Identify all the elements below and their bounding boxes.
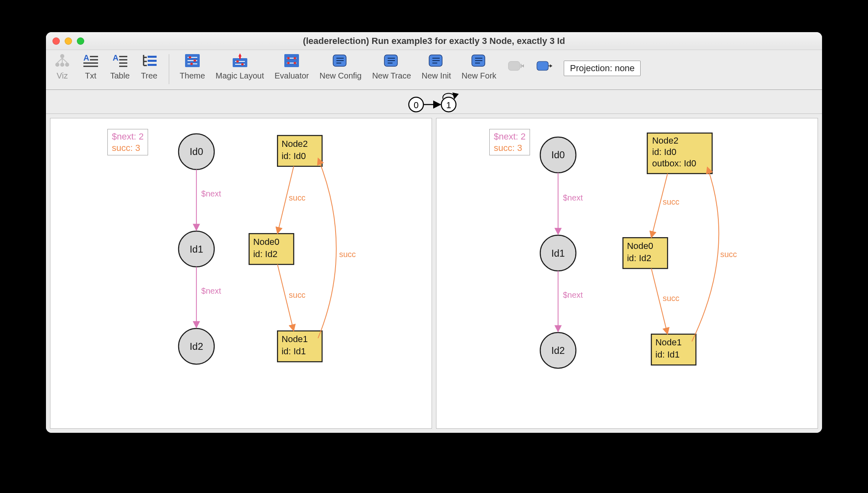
edge-next-1-label: $next (201, 286, 221, 295)
svg-text:outbox: Id0: outbox: Id0 (652, 158, 696, 168)
node-box-1[interactable]: Node0 id: Id2 (623, 238, 668, 268)
text-lines-icon: A (83, 53, 99, 68)
trace-state-0-label: 0 (414, 100, 419, 110)
svg-point-40 (294, 62, 296, 64)
edge-succ-0-label: succ (289, 193, 305, 202)
svg-text:Id1: Id1 (551, 248, 565, 259)
viz-button[interactable]: Viz (51, 52, 74, 81)
new-trace-button[interactable]: New Trace (370, 52, 414, 81)
table-button[interactable]: A Table (108, 52, 132, 81)
toolbar: Viz A Txt A Table Tree (46, 50, 822, 90)
projection-selector[interactable]: Projection: none (564, 61, 641, 76)
svg-point-1 (55, 63, 59, 67)
new-fork-button[interactable]: New Fork (459, 52, 499, 81)
svg-marker-57 (550, 64, 552, 68)
txt-label: Txt (85, 71, 96, 81)
svg-point-24 (189, 56, 191, 59)
id-node-0[interactable]: Id0 (179, 134, 214, 170)
edge-succ-2-label: succ (720, 250, 737, 259)
evaluator-button[interactable]: Evaluator (272, 52, 312, 81)
go-next-icon (536, 60, 552, 74)
svg-point-26 (190, 63, 193, 65)
theme-button[interactable]: Theme (177, 52, 207, 81)
id-node-0[interactable]: Id0 (540, 137, 576, 173)
node-box-0[interactable]: Node2 id: Id0 outbox: Id0 (647, 133, 712, 174)
svg-text:Node1: Node1 (281, 334, 308, 344)
edge-succ-2 (318, 158, 336, 338)
window-title: (leaderelection) Run example3 for exactl… (46, 36, 822, 46)
node-box-1[interactable]: Node0 id: Id2 (249, 233, 294, 264)
zoom-icon[interactable] (77, 37, 84, 45)
svg-text:id: Id1: id: Id1 (281, 346, 306, 356)
trace-graph: 0 1 (46, 90, 822, 113)
edge-succ-2-label: succ (339, 250, 356, 259)
legend-next: $next: 2 (494, 131, 526, 142)
scroll-icon (428, 53, 445, 68)
edge-next-0-label: $next (201, 189, 221, 198)
svg-point-2 (60, 63, 64, 67)
new-fork-label: New Fork (462, 71, 497, 81)
tree-label: Tree (141, 71, 157, 81)
table-label: Table (110, 71, 130, 81)
graph-svg-1: Id0 Id1 Id2 $next $next Node2 id: Id0 ou… (436, 118, 818, 428)
close-icon[interactable] (52, 37, 60, 45)
id-node-1[interactable]: Id1 (540, 235, 576, 271)
new-config-button[interactable]: New Config (317, 52, 364, 81)
legend-box: $next: 2 succ: 3 (489, 129, 530, 155)
svg-line-4 (57, 58, 62, 63)
state-1-panel[interactable]: $next: 2 succ: 3 Id0 Id1 Id2 $next $next (436, 118, 818, 429)
node-box-0[interactable]: Node2 id: Id0 (277, 135, 322, 166)
toolbar-separator (169, 54, 169, 84)
svg-rect-19 (148, 64, 157, 66)
evaluator-icon (284, 53, 300, 68)
svg-point-3 (65, 63, 69, 67)
scroll-icon (332, 53, 349, 68)
svg-text:id: Id2: id: Id2 (627, 253, 652, 263)
minimize-icon[interactable] (65, 37, 72, 45)
svg-text:Node0: Node0 (253, 237, 279, 247)
svg-point-31 (241, 63, 244, 65)
prev-state-button[interactable] (504, 52, 527, 82)
tree-button[interactable]: Tree (138, 52, 161, 81)
svg-text:Node0: Node0 (627, 241, 654, 251)
new-trace-label: New Trace (372, 71, 411, 81)
svg-text:id: Id1: id: Id1 (655, 349, 680, 360)
new-init-button[interactable]: New Init (419, 52, 454, 81)
evaluator-label: Evaluator (275, 71, 309, 81)
txt-button[interactable]: A Txt (79, 52, 102, 81)
svg-rect-34 (284, 54, 299, 67)
svg-text:Id0: Id0 (551, 149, 565, 160)
table-icon: A (112, 53, 128, 68)
trace-svg: 0 1 (401, 91, 467, 113)
node-box-2[interactable]: Node1 id: Id1 (277, 331, 322, 362)
svg-text:Node2: Node2 (652, 135, 678, 146)
state-0-panel[interactable]: $next: 2 succ: 3 Id0 Id1 Id2 $next $nex (50, 118, 432, 429)
edge-succ-1-label: succ (289, 290, 305, 299)
scroll-icon (384, 53, 400, 68)
node-box-2[interactable]: Node1 id: Id1 (651, 334, 696, 365)
traffic-lights (46, 37, 84, 45)
graph-svg-0: Id0 Id1 Id2 $next $next Node2 id: Id0 (50, 118, 432, 428)
id-node-1[interactable]: Id1 (179, 231, 214, 267)
magic-layout-label: Magic Layout (216, 71, 264, 81)
svg-text:Id0: Id0 (190, 146, 203, 157)
id-node-2[interactable]: Id2 (179, 329, 214, 364)
next-state-button[interactable] (533, 52, 556, 82)
svg-text:A: A (83, 53, 89, 62)
edge-next-0-label: $next (563, 193, 583, 202)
edge-succ-0-label: succ (663, 197, 679, 206)
svg-marker-55 (521, 64, 524, 68)
svg-rect-17 (148, 56, 157, 58)
viz-panels: $next: 2 succ: 3 Id0 Id1 Id2 $next $nex (46, 113, 822, 433)
new-init-label: New Init (422, 71, 451, 81)
svg-text:Id2: Id2 (551, 345, 565, 356)
legend-succ: succ: 3 (494, 142, 526, 154)
magic-layout-icon (232, 53, 248, 68)
id-node-2[interactable]: Id2 (540, 333, 576, 369)
magic-layout-button[interactable]: Magic Layout (213, 52, 266, 81)
new-config-label: New Config (320, 71, 362, 81)
svg-text:Node1: Node1 (655, 337, 682, 347)
svg-rect-18 (148, 60, 157, 62)
svg-rect-27 (233, 58, 247, 67)
scroll-icon (471, 53, 487, 68)
